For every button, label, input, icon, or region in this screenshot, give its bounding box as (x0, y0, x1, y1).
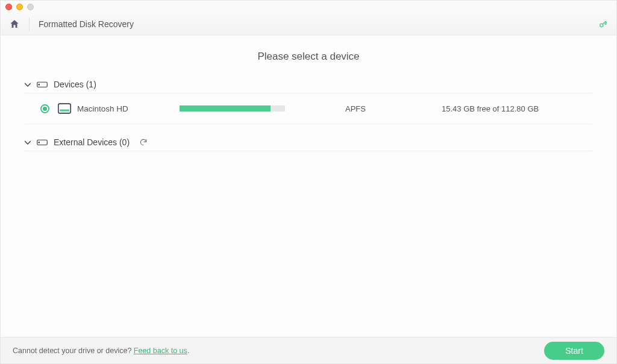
toolbar: Formatted Disk Recovery (1, 13, 616, 36)
separator (29, 17, 30, 31)
svg-point-2 (39, 84, 40, 86)
window-controls (5, 4, 34, 10)
key-icon[interactable] (598, 19, 608, 29)
svg-rect-3 (58, 104, 70, 113)
drive-icon (37, 80, 48, 89)
feedback-link[interactable]: Feed back to us (134, 347, 187, 355)
svg-rect-4 (60, 110, 69, 111)
disk-icon (58, 103, 71, 114)
home-icon[interactable] (9, 19, 20, 30)
maximize-window[interactable] (27, 4, 34, 10)
filesystem-label: APFS (345, 104, 436, 113)
footer-prompt: Cannot detect your drive or device? (13, 347, 134, 355)
external-group-label: External Devices (0) (54, 137, 130, 147)
footer-text: Cannot detect your drive or device? Feed… (13, 347, 189, 355)
svg-point-0 (600, 24, 603, 27)
page-title: Formatted Disk Recovery (39, 19, 134, 29)
external-group-header[interactable]: External Devices (0) (25, 134, 592, 151)
main-content: Please select a device Devices (1) Macin… (1, 36, 616, 337)
usage-bar-fill (180, 105, 271, 111)
refresh-icon[interactable] (139, 138, 148, 146)
free-space-label: 15.43 GB free of 112.80 GB (442, 104, 539, 113)
titlebar (1, 1, 616, 13)
svg-point-6 (39, 142, 40, 143)
devices-group-header[interactable]: Devices (1) (25, 76, 592, 93)
device-name: Macintosh HD (77, 104, 174, 113)
chevron-down-icon (25, 83, 31, 87)
external-drive-icon (37, 138, 48, 146)
devices-group-label: Devices (1) (54, 80, 96, 89)
chevron-down-icon (25, 140, 31, 145)
radio-selected[interactable] (40, 104, 49, 113)
main-heading: Please select a device (25, 51, 592, 63)
close-window[interactable] (5, 4, 12, 10)
start-button[interactable]: Start (544, 342, 604, 360)
footer-period: . (187, 347, 189, 355)
footer: Cannot detect your drive or device? Feed… (1, 337, 616, 363)
usage-bar (180, 105, 285, 111)
app-window: Formatted Disk Recovery Please select a … (0, 0, 617, 364)
minimize-window[interactable] (16, 4, 23, 10)
device-row[interactable]: Macintosh HD APFS 15.43 GB free of 112.8… (25, 93, 592, 124)
